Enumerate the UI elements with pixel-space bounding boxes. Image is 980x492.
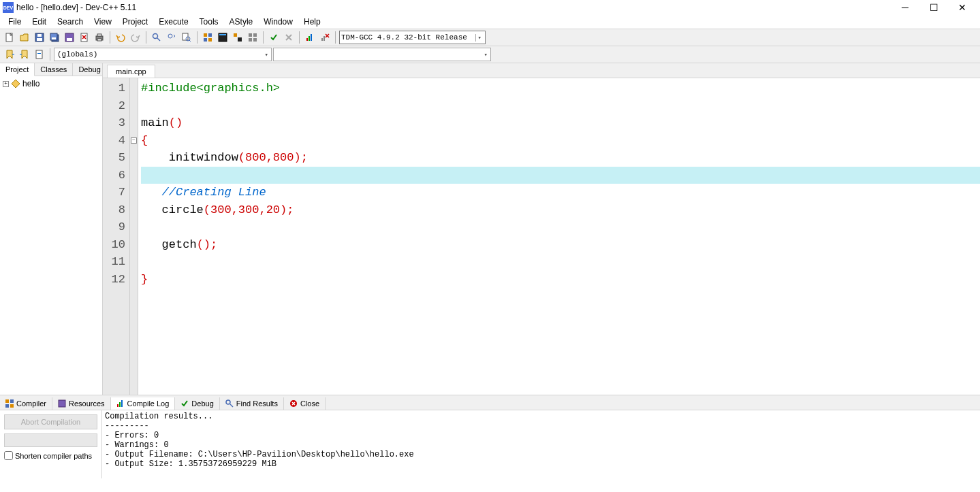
menu-astyle[interactable]: AStyle [224,16,259,28]
bottom-tab-label: Debug [191,399,213,408]
code-editor[interactable]: 123456789101112 − #include<graphics.h>ma… [103,78,980,395]
menu-execute[interactable]: Execute [153,16,193,28]
find-icon[interactable] [150,31,163,44]
check-icon [180,399,189,408]
svg-rect-33 [323,36,325,41]
svg-rect-30 [309,36,310,41]
titlebar: DEV hello - [hello.dev] - Dev-C++ 5.11 ─… [0,0,980,15]
toggle-bookmark-icon[interactable] [18,48,31,61]
bottom-tab-label: Find Results [236,399,278,408]
menu-tools[interactable]: Tools [194,16,224,28]
minimize-button[interactable]: ─ [897,2,913,13]
editor-tab-main[interactable]: main.cpp [107,65,155,78]
shorten-paths-checkbox[interactable]: Shorten compiler paths [4,451,97,460]
svg-rect-35 [37,53,41,54]
compiler-select[interactable]: TDM-GCC 4.9.2 32-bit Release ▾ [339,31,486,44]
globals-value: (globals) [57,50,97,59]
print-icon[interactable] [93,31,106,44]
rebuild-icon[interactable] [246,31,259,44]
shorten-paths-label: Shorten compiler paths [15,452,92,460]
menu-edit[interactable]: Edit [27,16,52,28]
code-content[interactable]: #include<graphics.h>main(){ initwindow(8… [138,78,980,395]
shorten-paths-input[interactable] [4,451,13,460]
bottom-tab-debug[interactable]: Debug [175,397,219,410]
close-button[interactable]: ✕ [954,2,970,13]
project-tree[interactable]: + hello [0,76,102,395]
run-icon[interactable] [216,31,230,44]
profile-icon[interactable] [303,31,317,44]
expand-icon[interactable]: + [3,81,9,87]
stop-icon[interactable] [282,31,296,44]
menu-window[interactable]: Window [258,16,298,28]
globals-select[interactable]: (globals) ▾ [54,48,272,61]
bottom-tab-compile-log[interactable]: Compile Log [111,397,176,410]
main-area: ProjectClassesDebug + hello main.cpp 123… [0,63,980,395]
window-title: hello - [hello.dev] - Dev-C++ 5.11 [16,3,897,12]
chevron-down-icon: ▾ [484,51,488,59]
goto-bookmark-icon[interactable] [3,48,16,61]
svg-rect-17 [204,33,207,37]
close-icon [289,399,298,408]
save-all-icon[interactable] [48,31,61,44]
menu-file[interactable]: File [3,16,27,28]
menu-project[interactable]: Project [117,16,153,28]
sidebar-tab-classes[interactable]: Classes [35,63,73,76]
svg-rect-29 [306,38,308,41]
svg-rect-32 [321,38,323,41]
bottom-tab-find-results[interactable]: Find Results [220,397,284,410]
close-file-icon[interactable] [78,31,91,44]
undo-icon[interactable] [114,31,127,44]
editor-tabstrip: main.cpp [103,63,980,78]
svg-rect-23 [234,33,237,37]
sidebar-tabstrip: ProjectClassesDebug [0,63,102,76]
compile-icon[interactable] [201,31,215,44]
chevron-down-icon: ▾ [265,51,268,59]
svg-rect-27 [249,38,252,42]
svg-rect-3 [37,34,42,37]
svg-rect-8 [67,38,72,41]
svg-rect-38 [5,404,9,408]
delete-profile-icon[interactable] [318,31,332,44]
svg-rect-11 [97,34,101,36]
menu-search[interactable]: Search [52,16,89,28]
bottom-tab-compiler[interactable]: Compiler [0,397,52,410]
debug-icon[interactable] [267,31,281,44]
fold-gutter[interactable]: − [130,78,138,395]
svg-rect-31 [311,34,312,41]
svg-rect-24 [238,37,242,42]
sidebar: ProjectClassesDebug + hello [0,63,103,395]
app-icon: DEV [3,2,14,13]
line-number-gutter: 123456789101112 [103,78,130,395]
bottom-tab-label: Close [300,399,319,408]
maximize-button[interactable]: ☐ [926,2,942,13]
find-in-files-icon[interactable] [180,31,193,44]
open-icon[interactable] [18,31,31,44]
compile-run-icon[interactable] [231,31,244,44]
bottom-tabstrip: CompilerResourcesCompile LogDebugFind Re… [0,395,980,410]
compile-log-output[interactable]: Compilation results... --------- - Error… [102,410,980,478]
bottom-tab-close[interactable]: Close [284,397,326,410]
svg-rect-36 [5,399,9,403]
menu-help[interactable]: Help [298,16,326,28]
bottom-tab-resources[interactable]: Resources [52,397,111,410]
new-file-icon[interactable] [3,31,16,44]
sidebar-tab-project[interactable]: Project [0,63,35,76]
menu-view[interactable]: View [89,16,117,28]
svg-rect-19 [204,38,207,42]
sidebar-tab-debug[interactable]: Debug [73,63,106,76]
svg-point-44 [226,400,230,404]
svg-point-14 [168,34,172,38]
svg-rect-22 [219,34,226,35]
replace-icon[interactable] [165,31,178,44]
goto-line-icon[interactable] [33,48,46,61]
placeholder-button [4,433,97,447]
save-icon[interactable] [33,31,46,44]
svg-rect-25 [249,33,252,37]
svg-rect-39 [10,404,14,408]
save-as-icon[interactable] [63,31,76,44]
svg-rect-2 [37,38,42,41]
project-tree-item[interactable]: + hello [3,79,99,88]
svg-rect-12 [97,39,101,41]
scope-select[interactable]: ▾ [273,48,491,61]
redo-icon[interactable] [129,31,142,44]
